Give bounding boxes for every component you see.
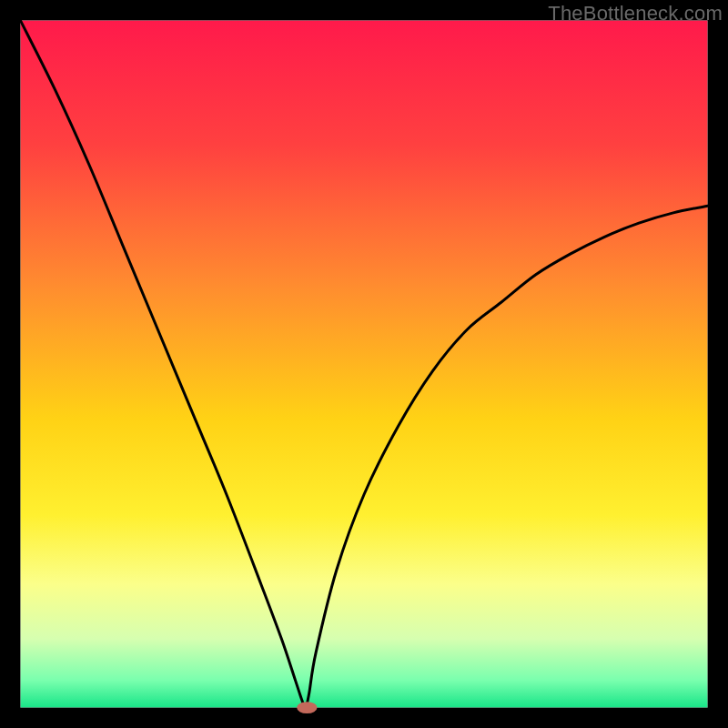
chart-svg [0,0,728,728]
bottleneck-chart: TheBottleneck.com [0,0,728,728]
plot-background [20,20,707,707]
plot-border [708,0,728,728]
watermark-text: TheBottleneck.com [548,2,723,25]
plot-border [0,0,20,728]
plot-border [0,708,728,728]
optimal-point-marker [297,702,317,713]
